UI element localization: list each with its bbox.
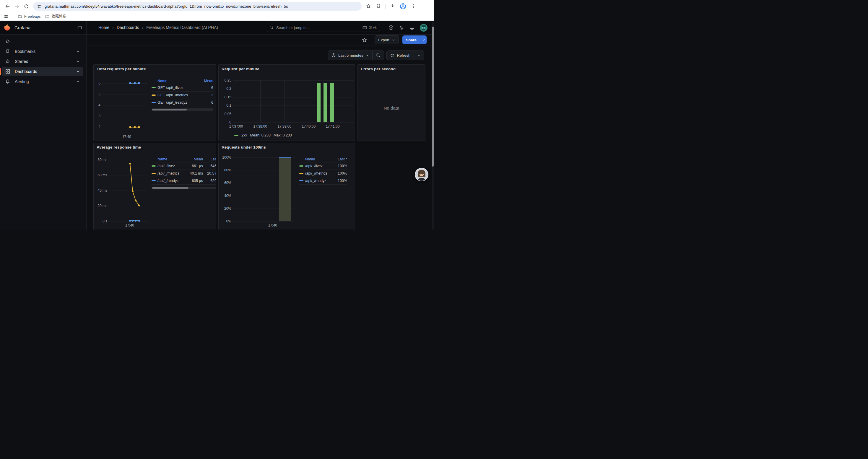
back-button[interactable] [3, 2, 12, 11]
series-name[interactable]: /api/_/livez [157, 164, 185, 168]
topnav-actions: ? [388, 21, 428, 35]
help-button[interactable]: ? [388, 25, 394, 30]
data-point [135, 220, 136, 222]
y-axis-tick-label: 80% [218, 168, 231, 172]
breadcrumb-separator: › [142, 25, 144, 30]
url-bar[interactable]: grafana.mathmast.com/d/deytv4rwavabkb/fr… [33, 2, 362, 11]
share-button[interactable]: Share [402, 35, 420, 44]
downloads-button[interactable] [390, 4, 395, 9]
bell-icon [5, 79, 10, 84]
chevron-down-icon [76, 69, 80, 73]
bookmark-folder-blogs[interactable]: 收藏博客 [45, 14, 66, 19]
panel-average-response-time: Average response time 80 ms60 ms40 ms20 … [93, 143, 216, 230]
series-name[interactable]: 2xx [241, 133, 247, 137]
series-mean: Mean: 0.233 [250, 133, 271, 137]
breadcrumb-home[interactable]: Home [98, 25, 109, 30]
kiosk-mode-button[interactable] [409, 25, 415, 30]
assistant-avatar[interactable] [415, 168, 428, 182]
extensions-button[interactable] [375, 4, 381, 9]
series-name[interactable]: /api/_/readyz [305, 179, 332, 183]
site-settings-icon [37, 4, 42, 9]
sidebar-item-dashboards[interactable]: Dashboards [2, 67, 83, 76]
chevron-down-icon [76, 49, 80, 54]
sidebar-item-alerting[interactable]: Alerting [2, 77, 83, 86]
gridline-horizontal [233, 89, 354, 89]
bookmarks-bar: Freeleaps 收藏博客 [0, 12, 434, 21]
zoom-out-time-button[interactable] [372, 51, 384, 60]
page-scrollbar-thumb[interactable] [432, 27, 434, 167]
legend-header-mean[interactable]: Mean [185, 157, 203, 161]
data-point [138, 82, 140, 84]
x-axis-tick-label: 17:40 [261, 223, 284, 227]
y-axis-tick-label: 0.05 [218, 112, 231, 116]
chart-request-per-minute[interactable]: 0.250.20.150.10.05017:37:0017:38:0017:39… [219, 65, 355, 140]
series-line [130, 164, 139, 205]
series-name[interactable]: /api/_/metrics [157, 171, 185, 175]
svg-text:?: ? [390, 26, 392, 29]
profile-button[interactable] [400, 3, 406, 9]
star-icon [5, 59, 10, 64]
y-axis-tick-label: 60 ms [93, 173, 107, 177]
forward-button[interactable] [12, 2, 21, 11]
apps-grid-button[interactable] [4, 14, 8, 19]
refresh-button[interactable]: Refresh [387, 51, 414, 60]
sidebar-item-bookmarks[interactable]: Bookmarks [2, 47, 83, 56]
legend-scrollbar[interactable] [152, 108, 213, 111]
sidebar-item-starred[interactable]: Starred [2, 57, 83, 66]
legend-scrollbar[interactable] [152, 187, 216, 189]
legend-row: GET /api/_/livez 6 [152, 84, 213, 91]
breadcrumb-dashboards[interactable]: Dashboards [117, 25, 139, 30]
favorite-dashboard-button[interactable] [362, 37, 367, 43]
legend-header-name[interactable]: Name [157, 157, 185, 161]
dashboard-toolbar: Export Share [87, 35, 434, 45]
legend-scrollbar-thumb[interactable] [152, 187, 188, 189]
series-last: 100% [332, 171, 347, 175]
refresh-interval-button[interactable] [414, 51, 424, 60]
export-button[interactable]: Export [375, 35, 399, 44]
news-button[interactable] [399, 25, 404, 30]
data-point [132, 191, 133, 192]
bookmark-folder-label: 收藏博客 [52, 14, 66, 19]
series-name[interactable]: /api/_/readyz [157, 179, 185, 183]
breadcrumb: Home › Dashboards › Freeleaps Metrics Da… [87, 25, 218, 30]
search-input[interactable]: Search or jump to... ⌘+k [266, 23, 380, 32]
legend-row: /api/_/livez 661 µs 646 [152, 162, 216, 169]
sidebar-item-home[interactable] [2, 37, 83, 46]
legend-scrollbar-thumb[interactable] [152, 109, 187, 110]
legend-header-last[interactable]: Las [203, 157, 216, 161]
data-point [138, 205, 140, 206]
url-text: grafana.mathmast.com/d/deytv4rwavabkb/fr… [44, 4, 288, 8]
series-name[interactable]: /api/_/livez [305, 164, 332, 168]
series-swatch [152, 180, 156, 182]
share-menu-button[interactable] [420, 35, 427, 44]
browser-menu-button[interactable] [411, 4, 416, 9]
series-name[interactable]: /api/_/metrics [305, 171, 332, 175]
search-placeholder: Search or jump to... [276, 25, 360, 30]
series-name[interactable]: GET /api/_/livez [157, 86, 197, 90]
data-point [129, 82, 131, 84]
series-name[interactable]: GET /api/_/readyz [157, 100, 197, 104]
sidebar-item-label: Starred [15, 59, 28, 64]
legend-header-last[interactable]: Last * [332, 157, 347, 161]
page-scrollbar[interactable] [432, 22, 434, 230]
time-range-picker[interactable]: Last 5 minutes [328, 51, 373, 60]
legend-header-name[interactable]: Name [305, 157, 332, 161]
legend-header-mean[interactable]: Mean [197, 79, 213, 83]
x-axis-tick-label: 17:41:00 [321, 124, 344, 129]
y-axis-tick-label: 100% [218, 155, 231, 160]
sidebar: Bookmarks Starred Dashboards Alerting [0, 35, 87, 230]
sidebar-toggle-button[interactable] [77, 25, 82, 30]
legend-row: GET /api/_/metrics 2 [152, 91, 213, 99]
bookmark-star-button[interactable] [366, 4, 371, 9]
user-avatar[interactable] [420, 24, 428, 32]
series-last: 100% [332, 164, 347, 168]
series-last: 20.5 r [203, 171, 216, 175]
legend-header-name[interactable]: Name [157, 79, 197, 83]
legend-row: /api/_/metrics 100% [299, 169, 347, 177]
reload-button[interactable] [22, 2, 31, 11]
panel-title[interactable]: Errors per second [361, 67, 396, 71]
gridline-horizontal [233, 221, 296, 222]
series-name[interactable]: GET /api/_/metrics [157, 93, 197, 97]
bookmark-folder-freeleaps[interactable]: Freeleaps [18, 14, 41, 19]
series-mean: 6 [197, 86, 213, 90]
